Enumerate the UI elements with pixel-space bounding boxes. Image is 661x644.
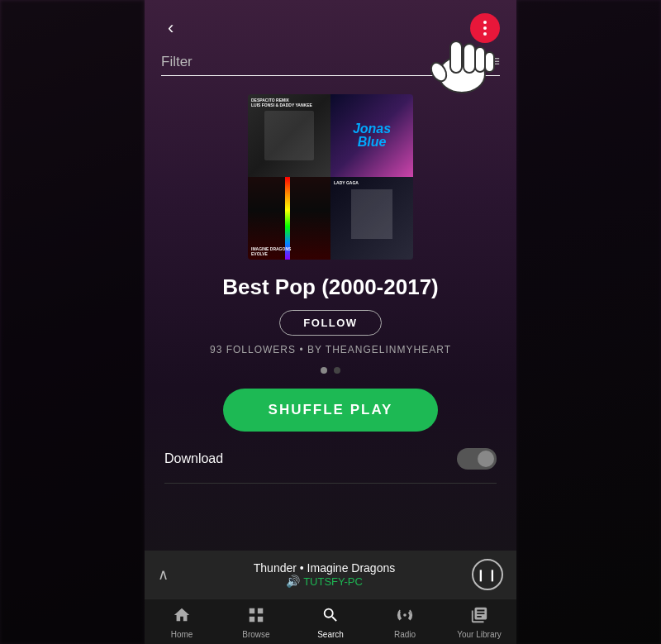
dot3 bbox=[483, 32, 487, 36]
nav-label-search: Search bbox=[317, 630, 344, 639]
album-art-container: DESPACITO REMIXLUIS FONSI & DADDY YANKEE… bbox=[145, 86, 516, 260]
svg-rect-0 bbox=[250, 608, 254, 613]
now-playing-device: 🔊 TUTSFY-PC bbox=[177, 575, 472, 588]
track-name: Thunder bbox=[254, 561, 297, 575]
download-label: Download bbox=[164, 451, 223, 466]
header: ‹ bbox=[145, 0, 516, 50]
dot1 bbox=[483, 21, 487, 24]
jonas-blue-text: JonasBlue bbox=[353, 122, 391, 149]
pagination-dot-1[interactable] bbox=[321, 367, 327, 374]
browse-icon bbox=[247, 606, 265, 627]
playlist-title: Best Pop (2000-2017) bbox=[145, 260, 516, 307]
nav-item-search[interactable]: Search bbox=[293, 599, 368, 644]
pause-button[interactable]: ❙❙ bbox=[472, 559, 503, 590]
pagination-dot-2[interactable] bbox=[334, 367, 340, 374]
album-cell-despacito: DESPACITO REMIXLUIS FONSI & DADDY YANKEE bbox=[248, 94, 330, 177]
track-separator: • bbox=[300, 561, 307, 575]
album-cell-imagine-dragons: IMAGINE DRAGONSEVOLVE bbox=[248, 177, 330, 260]
dot2 bbox=[483, 26, 487, 30]
back-button[interactable]: ‹ bbox=[161, 14, 180, 42]
album-inner-jonas: JonasBlue bbox=[330, 94, 413, 177]
pagination-dots bbox=[145, 364, 516, 385]
filter-input[interactable] bbox=[161, 54, 483, 70]
download-toggle[interactable] bbox=[457, 448, 497, 470]
album-cell-jonas-blue: JonasBlue bbox=[330, 94, 413, 177]
nav-item-radio[interactable]: Radio bbox=[368, 599, 442, 644]
left-sidebar-blur bbox=[0, 0, 145, 644]
nav-label-home: Home bbox=[171, 630, 193, 639]
svg-point-4 bbox=[403, 613, 407, 617]
content-spacer bbox=[145, 484, 516, 551]
list-menu-icon[interactable]: ≡ bbox=[491, 53, 500, 70]
pause-icon: ❙❙ bbox=[476, 568, 499, 581]
artist-name: Imagine Dragons bbox=[307, 561, 396, 575]
now-playing-track: Thunder • Imagine Dragons bbox=[177, 561, 472, 575]
now-playing-info: Thunder • Imagine Dragons 🔊 TUTSFY-PC bbox=[177, 561, 472, 588]
follow-button[interactable]: FOLLOW bbox=[279, 310, 381, 336]
album-cell-lady-gaga: LADY GAGA bbox=[330, 177, 413, 260]
album-label-lady-gaga-top: LADY GAGA bbox=[334, 180, 359, 185]
now-playing-bar[interactable]: ∧ Thunder • Imagine Dragons 🔊 TUTSFY-PC … bbox=[145, 551, 516, 599]
filter-input-wrapper: ≡ bbox=[161, 53, 500, 76]
svg-rect-2 bbox=[250, 617, 254, 622]
album-grid: DESPACITO REMIXLUIS FONSI & DADDY YANKEE… bbox=[248, 94, 413, 260]
library-icon bbox=[470, 606, 488, 627]
device-name: TUTSFY-PC bbox=[303, 575, 363, 588]
speaker-icon: 🔊 bbox=[286, 575, 300, 588]
bottom-nav: Home Browse Search Radio Your Library bbox=[145, 599, 516, 644]
filter-bar: ≡ bbox=[145, 50, 516, 86]
follow-btn-wrapper: FOLLOW bbox=[145, 307, 516, 342]
more-options-button[interactable] bbox=[470, 13, 500, 43]
album-label-imagine: IMAGINE DRAGONSEVOLVE bbox=[251, 246, 291, 256]
svg-rect-1 bbox=[258, 608, 263, 613]
shuffle-play-button[interactable]: SHUFFLE PLAY bbox=[223, 389, 438, 432]
svg-rect-3 bbox=[258, 617, 263, 622]
nav-label-radio: Radio bbox=[394, 630, 416, 639]
album-label-despacito: DESPACITO REMIXLUIS FONSI & DADDY YANKEE bbox=[251, 98, 312, 107]
nav-label-browse: Browse bbox=[242, 630, 269, 639]
home-icon bbox=[173, 606, 191, 627]
followers-info: 93 FOLLOWERS • BY THEANGELINMYHEART bbox=[145, 342, 516, 364]
nav-label-library: Your Library bbox=[457, 630, 502, 639]
chevron-up-icon[interactable]: ∧ bbox=[158, 565, 169, 584]
toggle-knob bbox=[478, 451, 494, 467]
search-icon bbox=[321, 606, 340, 627]
radio-icon bbox=[396, 606, 414, 627]
main-panel: ‹ ≡ DESPACITO REMIXLUIS FONSI & DADDY YA… bbox=[145, 0, 516, 644]
nav-item-home[interactable]: Home bbox=[145, 599, 219, 644]
shuffle-btn-wrapper: SHUFFLE PLAY bbox=[145, 385, 516, 448]
download-row: Download bbox=[145, 448, 516, 483]
nav-item-browse[interactable]: Browse bbox=[219, 599, 293, 644]
right-sidebar-blur bbox=[516, 0, 661, 644]
nav-item-library[interactable]: Your Library bbox=[442, 599, 516, 644]
